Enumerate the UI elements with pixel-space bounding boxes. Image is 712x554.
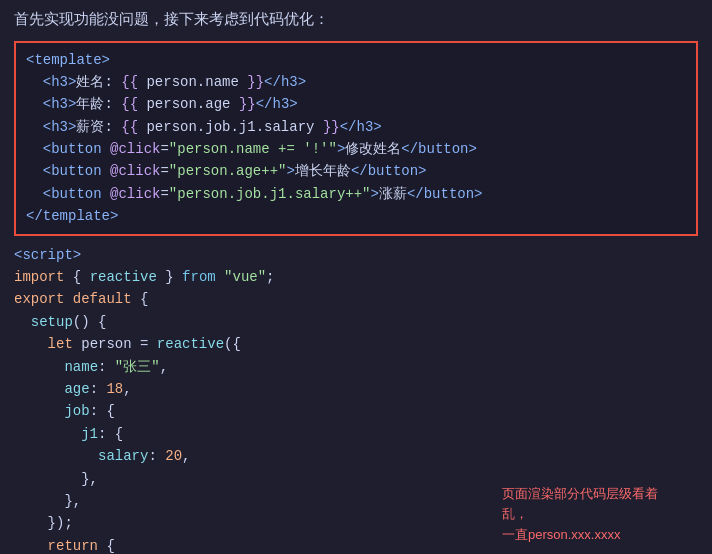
- code-line: <template>: [26, 49, 686, 71]
- code-line: let person = reactive({: [14, 333, 698, 355]
- header-text: 首先实现功能没问题，接下来考虑到代码优化：: [0, 0, 712, 41]
- template-block: <template> <h3>姓名: {{ person.name }}</h3…: [14, 41, 698, 236]
- code-line: </template>: [26, 205, 686, 227]
- code-line: import { reactive } from "vue";: [14, 266, 698, 288]
- code-line: <h3>薪资: {{ person.job.j1.salary }}</h3>: [26, 116, 686, 138]
- annotation-text: 页面渲染部分代码层级看着乱， 一直person.xxx.xxxx: [502, 484, 682, 546]
- code-line: <h3>姓名: {{ person.name }}</h3>: [26, 71, 686, 93]
- code-line: <script>: [14, 244, 698, 266]
- code-line: name: "张三",: [14, 356, 698, 378]
- header-label: 首先实现功能没问题，接下来考虑到代码优化：: [14, 12, 329, 29]
- code-line: <button @click="person.name += '!'">修改姓名…: [26, 138, 686, 160]
- code-line: job: {: [14, 400, 698, 422]
- code-line: <button @click="person.job.j1.salary++">…: [26, 183, 686, 205]
- code-line: j1: {: [14, 423, 698, 445]
- code-line: salary: 20,: [14, 445, 698, 467]
- annotation-line1: 页面渲染部分代码层级看着乱，: [502, 486, 658, 522]
- code-line: setup() {: [14, 311, 698, 333]
- script-section: <script> import { reactive } from "vue";…: [0, 236, 712, 554]
- code-line: age: 18,: [14, 378, 698, 400]
- code-line: export default {: [14, 288, 698, 310]
- page-container: 首先实现功能没问题，接下来考虑到代码优化： <template> <h3>姓名:…: [0, 0, 712, 554]
- code-line: <button @click="person.age++">增长年龄</butt…: [26, 160, 686, 182]
- code-line: <h3>年龄: {{ person.age }}</h3>: [26, 93, 686, 115]
- annotation-line2: 一直person.xxx.xxxx: [502, 527, 620, 542]
